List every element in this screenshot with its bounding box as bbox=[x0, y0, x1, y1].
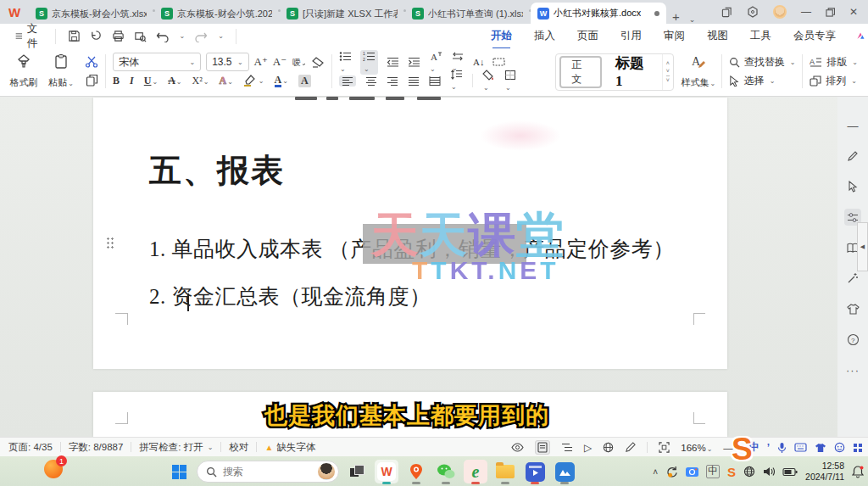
more-options-icon[interactable]: ··· bbox=[844, 361, 861, 378]
taskbar-photos-app-icon[interactable] bbox=[553, 460, 576, 483]
restore-button[interactable] bbox=[826, 8, 835, 17]
ribbon-tab-tools[interactable]: 工具 bbox=[750, 29, 771, 43]
ribbon-tab-member[interactable]: 会员专享 bbox=[793, 29, 836, 43]
bold-button[interactable]: B bbox=[113, 75, 120, 87]
file-menu-button[interactable]: 文件 bbox=[8, 22, 48, 51]
tab-workbook-4[interactable]: S 小红书订单查询 (1).xlsx bbox=[405, 3, 531, 24]
bullet-list-button[interactable]: ⌄ bbox=[339, 51, 352, 74]
edit-pen-icon[interactable] bbox=[844, 148, 861, 165]
select-button[interactable]: 选择⌄ bbox=[729, 71, 796, 90]
font-color-button[interactable]: A⌄ bbox=[275, 74, 288, 87]
ime-punctuation-button[interactable]: ’ bbox=[767, 442, 770, 454]
document-heading[interactable]: 五、报表 bbox=[149, 149, 285, 193]
justify-button[interactable] bbox=[408, 76, 420, 86]
underline-button[interactable]: U⌄ bbox=[144, 75, 158, 87]
taskbar-pin-app-icon[interactable] bbox=[404, 460, 428, 483]
tab-workbook-3[interactable]: S [只读]新建 XLSX 工作表 bbox=[280, 3, 405, 24]
text-effects-button[interactable]: A⌄ bbox=[219, 75, 232, 87]
new-tab-button[interactable]: + bbox=[666, 9, 686, 24]
save-icon[interactable] bbox=[68, 30, 81, 42]
print-preview-icon[interactable] bbox=[134, 30, 147, 42]
style-heading1-chip[interactable]: 标题 1 bbox=[605, 56, 662, 88]
redo-chevron-icon[interactable]: ⌄ bbox=[218, 32, 224, 40]
export-pdf-icon[interactable] bbox=[90, 30, 103, 42]
wps-logo-icon[interactable]: W bbox=[0, 0, 29, 24]
notification-bell-icon[interactable] bbox=[852, 466, 864, 478]
missing-font-warning[interactable]: ▲缺失字体 bbox=[264, 441, 315, 454]
skin-theme-icon[interactable] bbox=[844, 300, 861, 317]
web-view-icon[interactable] bbox=[603, 442, 614, 453]
ribbon-tab-home[interactable]: 开始 bbox=[491, 29, 512, 43]
skin-shirt-icon[interactable] bbox=[815, 443, 826, 453]
increase-indent-icon[interactable] bbox=[408, 57, 420, 67]
undo-chevron-icon[interactable]: ⌄ bbox=[180, 32, 186, 40]
integration-icon[interactable] bbox=[747, 6, 759, 18]
taskbar-video-player-icon[interactable] bbox=[523, 460, 547, 483]
align-right-button[interactable] bbox=[387, 76, 398, 86]
select-cursor-icon[interactable] bbox=[844, 178, 861, 195]
taskbar-explorer-icon[interactable] bbox=[493, 460, 517, 483]
print-icon[interactable] bbox=[112, 30, 125, 42]
distribute-button[interactable] bbox=[429, 76, 441, 86]
decrease-indent-icon[interactable] bbox=[387, 57, 399, 67]
text-direction-button[interactable]: A⌄ bbox=[429, 51, 442, 74]
ribbon-tab-view[interactable]: 视图 bbox=[707, 29, 728, 43]
outline-view-icon[interactable] bbox=[561, 443, 573, 452]
emoji-face-icon[interactable] bbox=[834, 442, 845, 453]
tray-capture-icon[interactable] bbox=[686, 466, 698, 478]
tab-workbook-2[interactable]: S 京东模板-财会小筑.202 bbox=[154, 3, 280, 24]
tray-sync-icon[interactable] bbox=[665, 466, 678, 478]
help-icon[interactable]: ? bbox=[844, 331, 861, 348]
ribbon-tab-page[interactable]: 页面 bbox=[577, 29, 598, 43]
superscript-button[interactable]: X²⌄ bbox=[192, 75, 209, 87]
taskbar-notification-app-icon[interactable]: 1 bbox=[44, 460, 63, 478]
char-shading-button[interactable]: A bbox=[298, 75, 311, 87]
typeset-button[interactable]: A 排版⌄ bbox=[810, 53, 858, 71]
tray-ime-zh-icon[interactable]: 中 bbox=[706, 465, 720, 478]
sort-button[interactable]: A↓ bbox=[473, 57, 484, 67]
page-indicator[interactable]: 页面: 4/35 bbox=[8, 441, 53, 454]
battery-icon[interactable] bbox=[782, 467, 798, 477]
clock[interactable]: 12:58 2024/7/11 bbox=[805, 461, 844, 483]
workspace-icon[interactable] bbox=[721, 7, 732, 18]
fit-screen-icon[interactable] bbox=[659, 442, 670, 453]
tab-workbook-1[interactable]: S 京东模板-财会小筑.xlsx bbox=[29, 3, 154, 24]
style-set-button[interactable]: A 样式集⌄ bbox=[677, 52, 720, 91]
line-spacing-button[interactable]: ⌄ bbox=[450, 70, 463, 92]
zoom-level[interactable]: 166%⌄ bbox=[681, 443, 712, 453]
show-marks-icon[interactable] bbox=[492, 57, 505, 67]
font-name-select[interactable]: 宋体⌄ bbox=[113, 53, 201, 71]
font-size-select[interactable]: 13.5⌄ bbox=[206, 53, 248, 71]
eye-protect-icon[interactable] bbox=[511, 443, 524, 452]
undo-icon[interactable] bbox=[156, 31, 170, 42]
keyboard-icon[interactable] bbox=[794, 443, 807, 452]
highlight-button[interactable] bbox=[243, 75, 256, 87]
redo-icon[interactable] bbox=[194, 31, 208, 42]
list-drag-handle-icon[interactable] bbox=[106, 237, 114, 250]
style-body-chip[interactable]: 正文 bbox=[559, 56, 602, 88]
arrange-button[interactable]: 排列⌄ bbox=[810, 71, 858, 90]
format-painter-button[interactable]: 格式刷 bbox=[5, 52, 42, 91]
close-button[interactable]: ✕ bbox=[849, 7, 858, 17]
find-replace-button[interactable]: 查找替换⌄ bbox=[729, 53, 796, 71]
clear-format-icon[interactable] bbox=[311, 56, 325, 68]
align-left-button[interactable] bbox=[339, 75, 356, 87]
page-view-icon[interactable] bbox=[535, 440, 550, 455]
minimize-button[interactable]: — bbox=[801, 7, 811, 17]
taskbar-wps-icon[interactable]: W bbox=[375, 460, 398, 483]
strikethrough-button[interactable]: A⌄ bbox=[168, 75, 181, 87]
shading-button[interactable]: ⌄ bbox=[482, 70, 495, 92]
spellcheck-toggle[interactable]: 拼写检查: 打开⌄ bbox=[139, 441, 213, 454]
copy-icon[interactable] bbox=[85, 74, 98, 87]
smart-tools-wand-icon[interactable] bbox=[844, 270, 861, 287]
tab-document-active[interactable]: W 小红书对账核算.docx bbox=[531, 3, 666, 24]
volume-icon[interactable] bbox=[763, 466, 775, 477]
cut-icon[interactable] bbox=[85, 56, 98, 68]
panel-collapse-arrow[interactable]: ◀ bbox=[857, 222, 868, 271]
italic-button[interactable]: I bbox=[130, 75, 134, 87]
document-list-item-2[interactable]: 2. 资金汇总表（现金流角度） bbox=[149, 282, 431, 310]
ime-grid-icon[interactable] bbox=[853, 443, 863, 453]
ribbon-tab-reference[interactable]: 引用 bbox=[620, 29, 642, 43]
task-view-button[interactable] bbox=[345, 460, 369, 483]
taskbar-search[interactable]: 搜索 bbox=[197, 461, 339, 483]
